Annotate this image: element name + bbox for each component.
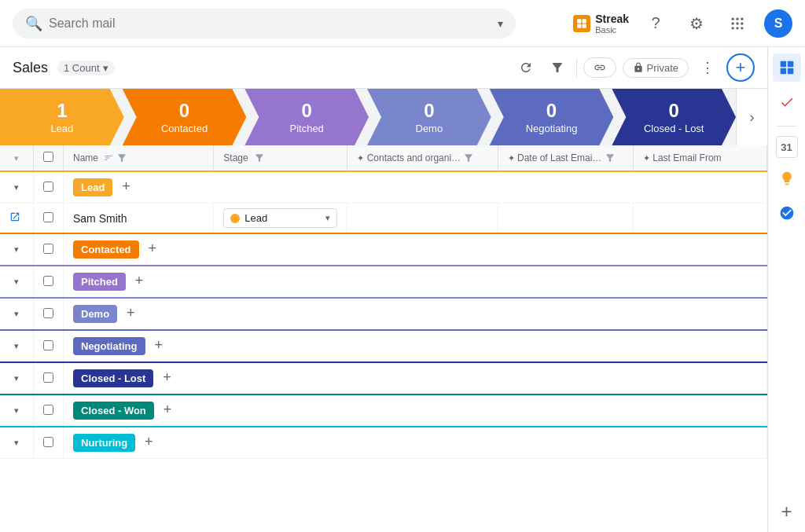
private-button[interactable]: Private <box>623 58 689 78</box>
group-add-lead[interactable]: + <box>122 178 130 194</box>
refresh-icon <box>519 61 533 75</box>
group-checkbox-nurturing[interactable] <box>43 437 53 447</box>
group-checkbox-negotiating[interactable] <box>43 340 53 350</box>
search-dropdown-icon[interactable]: ▾ <box>498 17 503 30</box>
streak-logo: Streak Basic <box>573 13 629 35</box>
stage-banner-item-contacted[interactable]: 0Contacted <box>123 89 247 145</box>
board-icon <box>779 60 795 75</box>
sidebar-tasks[interactable] <box>773 199 801 227</box>
row-chevron-lead-0[interactable] <box>0 204 34 234</box>
stage-banner: 1Lead0Contacted0Pitched0Demo0Negotiating… <box>0 89 767 145</box>
group-badge-cell-closed-won: Closed - Won + <box>64 394 767 427</box>
svg-rect-2 <box>577 24 581 28</box>
group-add-contacted[interactable]: + <box>148 240 156 256</box>
svg-rect-0 <box>577 19 581 23</box>
group-chevron-lead[interactable]: ▾ <box>0 171 34 204</box>
link-icon <box>594 61 606 74</box>
group-add-negotiating[interactable]: + <box>154 337 163 353</box>
sidebar-check[interactable] <box>773 88 801 116</box>
svg-point-8 <box>736 22 738 24</box>
row-checkbox-lead-0[interactable] <box>43 212 53 222</box>
more-button[interactable]: ⋮ <box>695 55 720 80</box>
stage-filter-icon[interactable] <box>254 152 265 163</box>
add-pipeline-button[interactable]: + <box>726 53 755 82</box>
stage-dot-lead-0 <box>230 214 240 223</box>
row-date-lead-0 <box>498 204 633 234</box>
svg-point-5 <box>736 17 738 20</box>
stage-badge-negotiating[interactable]: Negotiating <box>73 337 145 355</box>
group-checkbox-lead[interactable] <box>43 182 53 192</box>
search-icon: 🔍 <box>25 15 42 32</box>
pipeline-title: Sales <box>13 60 48 76</box>
svg-point-10 <box>732 27 734 29</box>
header-divider <box>576 58 577 77</box>
sidebar-streak-board[interactable] <box>773 53 801 82</box>
name-filter-icon[interactable] <box>116 152 127 163</box>
group-checkbox-closed-lost[interactable] <box>43 372 53 383</box>
stage-name-5: Closed - Lost <box>644 123 704 134</box>
group-add-nurturing[interactable]: + <box>145 434 153 449</box>
stage-banner-item-lead[interactable]: 1Lead <box>0 89 124 145</box>
group-checkbox-pitched[interactable] <box>43 276 53 286</box>
group-badge-cell-nurturing: Nurturing + <box>64 427 767 459</box>
date-filter-icon[interactable] <box>605 152 616 163</box>
stage-banner-item-negotiating[interactable]: 0Negotiating <box>490 89 614 145</box>
group-badge-cell-contacted: Contacted + <box>64 233 767 266</box>
count-dropdown-icon: ▾ <box>103 62 108 74</box>
stage-badge-closed-won[interactable]: Closed - Won <box>73 402 154 420</box>
group-add-pitched[interactable]: + <box>135 273 144 288</box>
top-bar: 🔍 ▾ Streak Basic ? ⚙ <box>0 0 805 47</box>
group-checkbox-cell-negotiating <box>34 330 64 362</box>
stage-badge-closed-lost[interactable]: Closed - Lost <box>73 369 153 387</box>
search-input[interactable] <box>49 17 491 31</box>
filter-button[interactable] <box>545 55 570 80</box>
group-chevron-nurturing[interactable]: ▾ <box>0 427 34 459</box>
group-checkbox-contacted[interactable] <box>43 244 53 254</box>
stage-nav-next[interactable]: › <box>736 89 767 145</box>
group-checkbox-closed-won[interactable] <box>43 405 53 415</box>
stage-banner-item-demo[interactable]: 0Demo <box>367 89 491 145</box>
group-chevron-closed-lost[interactable]: ▾ <box>0 362 34 394</box>
stage-count-0: 1 <box>57 100 67 123</box>
stage-select-lead-0[interactable]: Lead ▾ <box>223 208 337 228</box>
stage-banner-item-closed---lost[interactable]: 0Closed - Lost <box>612 89 736 145</box>
stage-name-4: Negotiating <box>526 123 578 134</box>
stage-badge-demo[interactable]: Demo <box>73 305 117 323</box>
header-checkbox[interactable] <box>43 152 53 162</box>
sidebar-bulb[interactable] <box>773 164 801 193</box>
row-stage-lead-0: Lead ▾ <box>214 204 347 234</box>
avatar[interactable]: S <box>764 9 792 38</box>
stage-badge-nurturing[interactable]: Nurturing <box>73 434 135 452</box>
group-add-demo[interactable]: + <box>127 305 135 321</box>
sidebar-add[interactable]: + <box>773 497 801 526</box>
group-chevron-contacted[interactable]: ▾ <box>0 233 34 266</box>
svg-point-7 <box>732 22 734 24</box>
contacts-filter-icon[interactable] <box>463 152 474 163</box>
name-sort-icon[interactable] <box>104 153 113 163</box>
group-chevron-demo[interactable]: ▾ <box>0 298 34 330</box>
pipeline-count[interactable]: 1 Count ▾ <box>57 61 115 75</box>
link-button[interactable] <box>583 57 616 78</box>
group-checkbox-cell-closed-won <box>34 394 64 427</box>
stage-count-2: 0 <box>302 100 312 123</box>
group-chevron-closed-won[interactable]: ▾ <box>0 394 34 427</box>
grid-button[interactable] <box>723 9 752 38</box>
stage-badge-pitched[interactable]: Pitched <box>73 273 126 291</box>
group-chevron-pitched[interactable]: ▾ <box>0 266 34 298</box>
group-add-closed-won[interactable]: + <box>164 402 172 417</box>
settings-button[interactable]: ⚙ <box>682 9 711 38</box>
group-checkbox-demo[interactable] <box>43 308 53 318</box>
stage-count-5: 0 <box>669 100 679 123</box>
refresh-button[interactable] <box>513 55 539 80</box>
group-badge-cell-lead: Lead + <box>64 171 767 204</box>
stage-name-3: Demo <box>416 123 443 134</box>
group-add-closed-lost[interactable]: + <box>163 369 171 385</box>
stage-badge-contacted[interactable]: Contacted <box>73 240 139 259</box>
group-chevron-negotiating[interactable]: ▾ <box>0 330 34 362</box>
sidebar-calendar[interactable]: 31 <box>776 136 798 158</box>
stage-badge-lead[interactable]: Lead <box>73 178 112 196</box>
help-button[interactable]: ? <box>641 9 670 38</box>
table-header-row: ▾ Name Stage <box>0 145 767 171</box>
stage-banner-item-pitched[interactable]: 0Pitched <box>244 89 369 145</box>
open-link-icon-lead-0[interactable] <box>9 211 20 225</box>
